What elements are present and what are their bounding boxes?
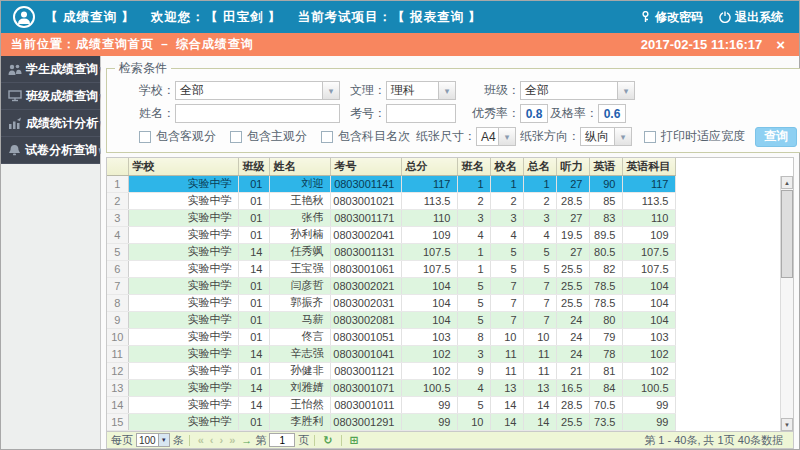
table-cell: 102: [622, 345, 675, 362]
column-header[interactable]: 校名: [490, 158, 523, 175]
table-row[interactable]: 3实验中学01张伟08030011711103332783110: [107, 209, 675, 226]
column-header[interactable]: 英语: [589, 158, 622, 175]
column-header[interactable]: 英语科目: [622, 158, 675, 175]
expand-icon[interactable]: ⊞: [350, 435, 359, 446]
change-password-link[interactable]: 修改密码: [640, 9, 703, 26]
table-cell: 5: [523, 243, 556, 260]
table-cell: 任秀飒: [269, 243, 330, 260]
column-header[interactable]: 学校: [128, 158, 238, 175]
examno-input[interactable]: [386, 104, 456, 123]
table-cell: 实验中学: [128, 175, 238, 192]
chevron-down-icon[interactable]: ▾: [438, 82, 455, 99]
sidebar-item-class-scores[interactable]: 班级成绩查询 ∨: [1, 83, 100, 110]
table-cell: 4: [490, 226, 523, 243]
sidebar-item-score-statistics[interactable]: 成绩统计分析 ∨: [1, 110, 100, 137]
table-row[interactable]: 5实验中学14任秀飒0803001131107.51552780.5107.5: [107, 243, 675, 260]
fit-width-checkbox[interactable]: [644, 131, 656, 143]
chevron-down-icon[interactable]: ▾: [617, 82, 634, 99]
table-row[interactable]: 9实验中学01马薪08030020811045772480104: [107, 311, 675, 328]
table-row[interactable]: 2实验中学01王艳秋0803001021113.522228.585113.5: [107, 192, 675, 209]
table-row[interactable]: 7实验中学01闫彦哲080300202110457725.578.5104: [107, 277, 675, 294]
table-row[interactable]: 11实验中学14辛志强0803001041102311112478102: [107, 345, 675, 362]
first-page-icon[interactable]: «: [198, 435, 204, 446]
sidebar-item-student-scores[interactable]: 学生成绩查询 ∨: [1, 56, 100, 83]
column-header[interactable]: 姓名: [269, 158, 330, 175]
paper-size-select[interactable]: A4 ▾: [476, 127, 516, 146]
table-cell: 实验中学: [128, 396, 238, 413]
table-cell: 闫彦哲: [269, 277, 330, 294]
table-cell: 11: [523, 345, 556, 362]
division-label: 文理：: [340, 82, 386, 99]
excellent-rate-field[interactable]: 0.8: [520, 104, 548, 123]
chevron-down-icon[interactable]: ▾: [614, 128, 631, 145]
table-cell: 104: [622, 277, 675, 294]
scroll-down-icon[interactable]: ▼: [781, 418, 793, 431]
query-button[interactable]: 查询: [755, 127, 797, 147]
scrollbar-thumb[interactable]: [781, 190, 793, 278]
column-header[interactable]: 总分: [401, 158, 457, 175]
include-objective-checkbox[interactable]: [139, 131, 151, 143]
table-cell: 0803002021: [330, 277, 401, 294]
scroll-up-icon[interactable]: ▲: [781, 176, 793, 189]
vertical-scrollbar[interactable]: ▲ ▼: [780, 176, 793, 431]
table-cell: 王怡然: [269, 396, 330, 413]
school-select[interactable]: 全部 ▾: [175, 81, 340, 100]
close-icon[interactable]: ×: [776, 37, 785, 52]
table-row[interactable]: 8实验中学01郭振齐080300203110457725.578.5104: [107, 294, 675, 311]
pass-rate-field[interactable]: 0.6: [598, 104, 626, 123]
prev-page-icon[interactable]: ‹: [210, 435, 214, 446]
table-row[interactable]: 4实验中学01孙利楠080300204110944419.589.5109: [107, 226, 675, 243]
column-header[interactable]: 听力: [556, 158, 589, 175]
table-cell: 27: [556, 175, 589, 192]
page-number-input[interactable]: [269, 433, 295, 447]
include-subject-rank-checkbox[interactable]: [321, 131, 333, 143]
table-cell: 99: [622, 413, 675, 430]
chevron-down-icon[interactable]: ▾: [498, 128, 515, 145]
include-subjective-checkbox[interactable]: [230, 131, 242, 143]
table-cell: 实验中学: [128, 379, 238, 396]
sidebar-item-paper-analysis[interactable]: 试卷分析查询 ∨: [1, 137, 100, 164]
column-header[interactable]: 总名: [523, 158, 556, 175]
paper-orient-select[interactable]: 纵向 ▾: [580, 127, 632, 146]
table-row[interactable]: 15实验中学01李胜利08030012919910141425.573.599: [107, 413, 675, 430]
name-input[interactable]: [175, 104, 340, 123]
table-row[interactable]: 10实验中学01佟言0803001051103810102479103: [107, 328, 675, 345]
table-cell: 孙健非: [269, 362, 330, 379]
table-cell: 3: [457, 209, 490, 226]
division-select[interactable]: 理科 ▾: [386, 81, 456, 100]
table-row[interactable]: 13实验中学14刘雅婧0803001071100.54131316.584100…: [107, 379, 675, 396]
table-cell: 70.5: [589, 396, 622, 413]
table-cell: 10: [523, 328, 556, 345]
next-page-icon[interactable]: ›: [219, 435, 223, 446]
logout-link[interactable]: 退出系统: [719, 9, 783, 26]
table-row[interactable]: 1实验中学01刘迎08030011411171112790117: [107, 175, 675, 192]
table-cell: 110: [401, 209, 457, 226]
refresh-icon[interactable]: ↻: [323, 435, 332, 446]
table-cell: 79: [589, 328, 622, 345]
table-cell: 王宝强: [269, 260, 330, 277]
column-header[interactable]: 考号: [330, 158, 401, 175]
go-page-icon[interactable]: →: [241, 435, 252, 446]
table-row[interactable]: 12实验中学01孙健非0803001121102911112181102: [107, 362, 675, 379]
table-row[interactable]: 14实验中学14王怡然0803001011995141428.570.599: [107, 396, 675, 413]
table-cell: 0803001071: [330, 379, 401, 396]
power-icon: [719, 11, 731, 23]
column-header[interactable]: 班级: [238, 158, 269, 175]
class-select[interactable]: 全部 ▾: [520, 81, 635, 100]
chevron-down-icon[interactable]: ▾: [158, 434, 169, 446]
table-cell: 109: [401, 226, 457, 243]
table-cell: 113.5: [622, 192, 675, 209]
table-cell: 14: [490, 413, 523, 430]
table-cell: 5: [457, 277, 490, 294]
chevron-down-icon[interactable]: ▾: [322, 82, 339, 99]
last-page-icon[interactable]: »: [229, 435, 235, 446]
table-cell: 25.5: [556, 260, 589, 277]
table-cell: 01: [238, 294, 269, 311]
main-area: 学生成绩查询 ∨ 班级成绩查询 ∨ 成绩统计分析 ∨ 试卷分析查询 ∨: [1, 56, 799, 449]
table-cell: 104: [401, 311, 457, 328]
table-row[interactable]: 6实验中学14王宝强0803001061107.515525.582107.5: [107, 260, 675, 277]
include-objective-label: 包含客观分: [156, 128, 216, 145]
column-header[interactable]: 班名: [457, 158, 490, 175]
table-cell: 实验中学: [128, 243, 238, 260]
per-page-select[interactable]: 100 ▾: [136, 433, 170, 447]
